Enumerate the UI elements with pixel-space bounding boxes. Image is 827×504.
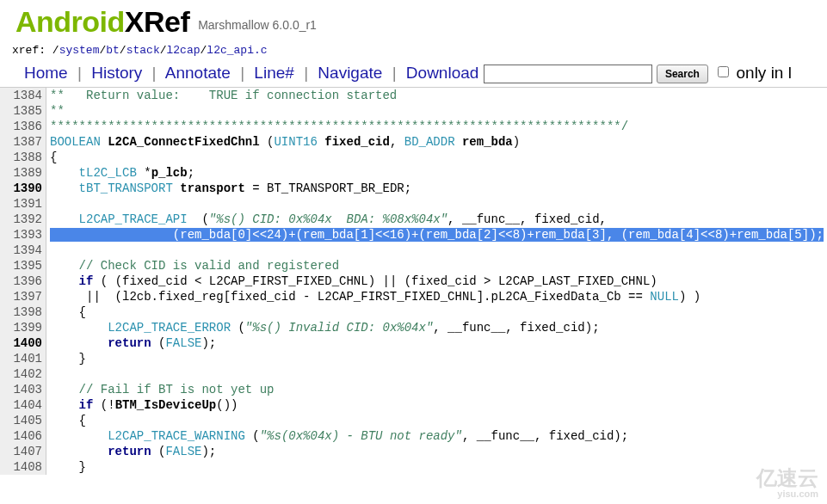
line-number[interactable]: 1384 (3, 88, 42, 103)
code-line[interactable]: || (l2cb.fixed_reg[fixed_cid - L2CAP_FIR… (50, 289, 827, 304)
code-line[interactable]: // Fail if BT is not yet up (50, 382, 827, 397)
line-number[interactable]: 1388 (3, 150, 42, 165)
line-number[interactable]: 1397 (3, 289, 42, 304)
path-segment[interactable]: system (59, 44, 100, 57)
line-number[interactable]: 1386 (3, 119, 42, 134)
line-number[interactable]: 1404 (3, 397, 42, 413)
line-number[interactable]: 1403 (3, 382, 42, 397)
separator: | (240, 64, 244, 82)
line-number[interactable]: 1400 (3, 335, 42, 351)
code-line[interactable]: } (50, 351, 827, 366)
code-line[interactable]: ** (50, 103, 827, 119)
line-number[interactable]: 1405 (3, 413, 42, 428)
code-line[interactable]: tBT_TRANSPORT transport = BT_TRANSPORT_B… (50, 181, 827, 196)
line-number[interactable]: 1407 (3, 444, 42, 459)
line-number-link[interactable]: Line# (254, 64, 294, 82)
code-line[interactable]: ** Return value: TRUE if connection star… (50, 88, 827, 103)
line-number[interactable]: 1393 (3, 227, 42, 243)
code-line[interactable]: L2CAP_TRACE_ERROR ("%s() Invalid CID: 0x… (50, 320, 827, 335)
code-line[interactable]: L2CAP_TRACE_WARNING ("%s(0x%04x) - BTU n… (50, 428, 827, 444)
line-number[interactable]: 1391 (3, 196, 42, 212)
code-line[interactable]: { (50, 150, 827, 165)
line-number[interactable]: 1392 (3, 212, 42, 227)
only-in-label: only in l (737, 64, 792, 82)
navigate-link[interactable]: Navigate (318, 64, 382, 82)
code-line[interactable]: ****************************************… (50, 119, 827, 134)
only-in-checkbox[interactable] (718, 66, 729, 77)
code-line[interactable]: tL2C_LCB *p_lcb; (50, 165, 827, 181)
code-line[interactable]: if ( (fixed_cid < L2CAP_FIRST_FIXED_CHNL… (50, 274, 827, 289)
code-line[interactable] (50, 243, 827, 258)
path-separator: / (52, 44, 59, 57)
logo-part2: XRef (125, 5, 189, 38)
code-line[interactable]: if (!BTM_IsDeviceUp()) (50, 397, 827, 413)
code-line[interactable] (50, 366, 827, 382)
code-line[interactable]: BOOLEAN L2CA_ConnectFixedChnl (UINT16 fi… (50, 134, 827, 150)
line-number[interactable]: 1390 (3, 181, 42, 196)
release-subtitle: Marshmallow 6.0.0_r1 (198, 18, 317, 32)
code-line[interactable]: // Check CID is valid and registered (50, 258, 827, 274)
line-number[interactable]: 1395 (3, 258, 42, 274)
annotate-link[interactable]: Annotate (165, 64, 231, 82)
history-link[interactable]: History (91, 64, 142, 82)
code-line[interactable]: { (50, 304, 827, 320)
path-segment[interactable]: l2cap (167, 44, 201, 57)
path-segment[interactable]: bt (106, 44, 120, 57)
line-number[interactable]: 1394 (3, 243, 42, 258)
logo-part1: Android (15, 5, 125, 38)
path-separator: / (120, 44, 127, 57)
breadcrumb: xref: /system/bt/stack/l2cap/l2c_api.c (0, 40, 827, 60)
code-line[interactable]: return (FALSE); (50, 335, 827, 351)
search-input[interactable] (484, 65, 652, 83)
line-number[interactable]: 1396 (3, 274, 42, 289)
xref-prefix: xref: (12, 44, 52, 57)
line-number[interactable]: 1389 (3, 165, 42, 181)
separator: | (152, 64, 157, 82)
code-line[interactable]: } (50, 459, 827, 475)
separator: | (304, 64, 308, 82)
line-number[interactable]: 1408 (3, 459, 42, 475)
line-number[interactable]: 1402 (3, 366, 42, 382)
line-number[interactable]: 1398 (3, 304, 42, 320)
page-header: AndroidXRef Marshmallow 6.0.0_r1 (0, 0, 827, 40)
code-line[interactable]: L2CAP_TRACE_API ("%s() CID: 0x%04x BDA: … (50, 212, 827, 227)
source-code-lines[interactable]: ** Return value: TRUE if connection star… (46, 87, 827, 475)
code-line[interactable] (50, 196, 827, 212)
separator: | (392, 64, 397, 82)
line-number[interactable]: 1401 (3, 351, 42, 366)
download-link[interactable]: Download (406, 64, 479, 82)
home-link[interactable]: Home (24, 64, 68, 82)
logo[interactable]: AndroidXRef (15, 5, 189, 39)
source-code-view: 1384138513861387138813891390139113921393… (0, 87, 827, 475)
line-number[interactable]: 1406 (3, 428, 42, 444)
path-separator: / (160, 44, 167, 57)
line-number-gutter: 1384138513861387138813891390139113921393… (0, 87, 46, 475)
path-segment[interactable]: l2c_api.c (207, 44, 267, 57)
separator: | (77, 64, 82, 82)
search-button[interactable]: Search (657, 65, 708, 83)
line-number[interactable]: 1385 (3, 103, 42, 119)
line-number[interactable]: 1399 (3, 320, 42, 335)
code-line[interactable]: return (FALSE); (50, 444, 827, 459)
code-line[interactable]: { (50, 413, 827, 428)
line-number[interactable]: 1387 (3, 134, 42, 150)
path-segment[interactable]: stack (127, 44, 160, 57)
code-line[interactable]: (rem_bda[0]<<24)+(rem_bda[1]<<16)+(rem_b… (50, 227, 827, 243)
toolbar: Home | History | Annotate | Line# | Navi… (0, 60, 827, 87)
